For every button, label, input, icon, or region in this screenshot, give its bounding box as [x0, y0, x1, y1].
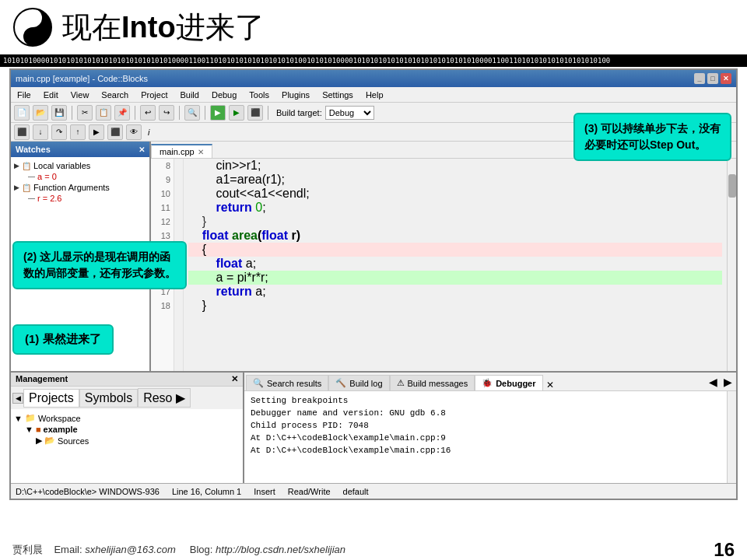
build-target-select[interactable]: Debug Release [325, 106, 374, 120]
tree-local-vars[interactable]: ▶ 📋 Local variables [14, 160, 146, 171]
toolbar-paste[interactable]: 📌 [114, 105, 130, 121]
tab-main-cpp[interactable]: main.cpp ✕ [151, 144, 212, 158]
mgmt-tab-symbols[interactable]: Symbols [79, 389, 138, 408]
toolbar-sep-1 [72, 106, 72, 120]
menu-project[interactable]: Project [138, 89, 170, 100]
footer-page-number: 16 [714, 539, 735, 560]
ide-title: main.cpp [example] - Code::Blocks [16, 74, 148, 83]
editor-scrollbar[interactable] [727, 159, 736, 371]
watches-tree: ▶ 📋 Local variables — a = 0 ▶ 📋 Function… [11, 157, 149, 207]
status-encoding: default [343, 487, 369, 496]
watches-header: Watches ✕ [11, 142, 149, 157]
toolbar-stop-debug[interactable]: ⬛ [107, 124, 123, 140]
tree-var-r[interactable]: — r = 2.6 [14, 193, 146, 204]
tree-sources[interactable]: ▶ 📂 Sources [14, 435, 240, 446]
debugger-output: Setting breakpoints Debugger name and ve… [244, 391, 727, 492]
menu-tools[interactable]: Tools [246, 89, 272, 100]
tree-var-a[interactable]: — a = 0 [14, 171, 146, 182]
toolbar-undo[interactable]: ↩ [140, 105, 156, 121]
tab-close-icon[interactable]: ✕ [198, 148, 204, 156]
toolbar-step-over[interactable]: ↷ [51, 124, 67, 140]
mgmt-tab-resources[interactable]: Reso ▶ [138, 388, 191, 408]
toolbar-save[interactable]: 💾 [51, 105, 67, 121]
menu-build[interactable]: Build [177, 89, 202, 100]
page-header: 现在Into进来了 [0, 0, 747, 54]
debugger-nav-right[interactable]: ▶ [721, 376, 735, 388]
menu-settings[interactable]: Settings [319, 89, 356, 100]
debugger-icon: 🐞 [482, 378, 493, 388]
toolbar-breakpoint[interactable]: ⬛ [14, 124, 30, 140]
status-path: D:\C++\codeBlock\e> WINDOWS-936 [16, 487, 160, 496]
ide-container: main.cpp [example] - Code::Blocks _ □ ✕ … [9, 68, 738, 500]
toolbar-sep-5 [268, 106, 268, 120]
toolbar-stop[interactable]: ⬛ [247, 105, 263, 121]
debugger-nav-left[interactable]: ◀ [707, 376, 720, 388]
page-title: 现在Into进来了 [62, 8, 265, 47]
menu-search[interactable]: Search [98, 89, 132, 100]
svg-point-2 [30, 33, 36, 40]
menu-plugins[interactable]: Plugins [279, 89, 313, 100]
annotation-bubble-2: (2) 这儿显示的是现在调用的函 数的局部变量，还有形式参数。 [12, 241, 187, 289]
close-button[interactable]: ✕ [721, 73, 731, 84]
toolbar-find[interactable]: 🔍 [184, 105, 200, 121]
menu-help[interactable]: Help [363, 89, 387, 100]
maximize-button[interactable]: □ [707, 73, 718, 84]
debugger-nav-buttons: ◀ ▶ [707, 376, 735, 388]
menu-debug[interactable]: Debug [209, 89, 240, 100]
page-footer: 贾利晨 Email: sxhelijian@163.com Blog: http… [0, 540, 747, 560]
debugger-tabs: 🔍 Search results 🔨 Build log ⚠ Build mes… [244, 373, 736, 391]
management-close-button[interactable]: ✕ [231, 374, 238, 384]
status-position: Line 16, Column 1 [172, 487, 241, 496]
binary-strip: 1010101000010101010101010101010101010101… [0, 54, 747, 67]
debugger-panel: 🔍 Search results 🔨 Build log ⚠ Build mes… [244, 373, 736, 500]
toolbar-debug-run[interactable]: ▶ [229, 105, 244, 121]
toolbar-cut[interactable]: ✂ [77, 105, 93, 121]
status-rw: Read/Write [288, 487, 331, 496]
tree-workspace[interactable]: ▼ 📁 Workspace [14, 412, 240, 424]
watches-title: Watches [16, 145, 51, 154]
toolbar-new[interactable]: 📄 [14, 105, 30, 121]
toolbar-redo[interactable]: ↪ [159, 105, 174, 121]
debugger-close-button[interactable]: ✕ [543, 380, 557, 390]
minimize-button[interactable]: _ [694, 73, 705, 84]
ide-titlebar: main.cpp [example] - Code::Blocks _ □ ✕ [11, 70, 736, 87]
toolbar-sep-4 [205, 106, 205, 120]
management-nav: ◀ Projects Symbols Reso ▶ [11, 387, 243, 409]
toolbar-step-out[interactable]: ↑ [70, 124, 86, 140]
toolbar-step-in[interactable]: ↓ [33, 124, 48, 140]
output-scrollbar[interactable] [727, 391, 736, 492]
tab-build-log[interactable]: 🔨 Build log [328, 375, 389, 390]
tab-build-messages[interactable]: ⚠ Build messages [390, 375, 475, 390]
yin-yang-icon [12, 7, 53, 47]
toolbar-watches[interactable]: 👁 [126, 124, 142, 140]
menu-view[interactable]: View [68, 89, 93, 100]
build-target-label: Build target: [276, 108, 322, 117]
toolbar-open[interactable]: 📂 [33, 105, 48, 121]
management-header: Management ✕ [11, 373, 243, 387]
bottom-combined: Management ✕ ◀ Projects Symbols Reso ▶ ▼… [11, 371, 736, 500]
mgmt-tab-projects[interactable]: Projects [23, 389, 79, 408]
status-mode: Insert [254, 487, 275, 496]
management-panel: Management ✕ ◀ Projects Symbols Reso ▶ ▼… [11, 373, 244, 500]
build-log-icon: 🔨 [335, 378, 346, 388]
code-content[interactable]: cin>>r1; a1=area(r1); cout<<a1<<endl; re… [184, 159, 727, 371]
menu-edit[interactable]: Edit [40, 89, 61, 100]
mgmt-nav-prev[interactable]: ◀ [12, 393, 23, 404]
ide-menubar: File Edit View Search Project Build Debu… [11, 87, 736, 103]
tab-debugger[interactable]: 🐞 Debugger [475, 375, 542, 390]
tree-example[interactable]: ▼ ■ example [14, 424, 240, 435]
management-tree: ▼ 📁 Workspace ▼ ■ example ▶ 📂 Sources [11, 409, 243, 450]
menu-file[interactable]: File [14, 89, 34, 100]
watches-close-button[interactable]: ✕ [139, 145, 145, 154]
build-messages-icon: ⚠ [397, 378, 405, 388]
tree-func-args[interactable]: ▶ 📋 Function Arguments [14, 182, 146, 193]
tab-search-results[interactable]: 🔍 Search results [246, 375, 328, 390]
toolbar-continue[interactable]: ▶ [89, 124, 104, 140]
annotation-bubble-3: (1) 果然进来了 [12, 324, 114, 355]
footer-info: 贾利晨 Email: sxhelijian@163.com Blog: http… [12, 543, 345, 557]
toolbar-run[interactable]: ▶ [210, 105, 226, 121]
code-area: 8 9 10 11 12 13 14 15 16 17 18 [151, 159, 736, 371]
toolbar-info: i [148, 128, 149, 137]
toolbar-copy[interactable]: 📋 [96, 105, 111, 121]
svg-point-1 [30, 15, 36, 21]
